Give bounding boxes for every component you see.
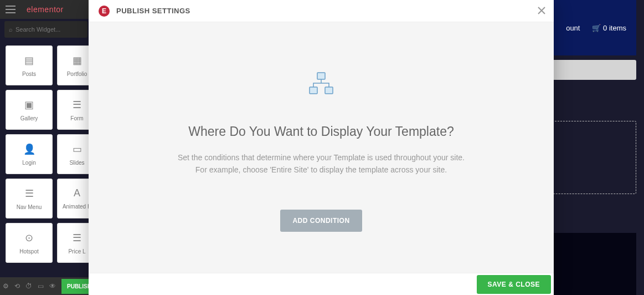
- modal-header: E PUBLISH SETTINGS: [89, 0, 554, 22]
- responsive-icon[interactable]: ▭: [38, 282, 44, 290]
- sitemap-icon: [309, 72, 333, 96]
- site-header-fragment: ount 🛒 0 items: [545, 0, 636, 55]
- posts-icon: ▤: [24, 54, 34, 67]
- widget-gallery[interactable]: ▣Gallery: [6, 90, 53, 130]
- save-and-close-button[interactable]: SAVE & CLOSE: [477, 275, 551, 294]
- gallery-icon: ▣: [24, 99, 34, 111]
- revision-icon[interactable]: ⟲: [14, 282, 20, 290]
- hotspot-icon: ⊙: [25, 232, 33, 244]
- editor-footer: ⚙ ⟲ ⏱ ▭ 👁 PUBLISH: [0, 277, 89, 295]
- search-icon: ⌕: [9, 26, 13, 33]
- publish-settings-modal: E PUBLISH SETTINGS Where Do You Want to …: [89, 0, 554, 295]
- portfolio-icon: ▦: [73, 54, 82, 67]
- canvas-placeholder-bar: [545, 60, 636, 80]
- modal-title: PUBLISH SETTINGS: [116, 7, 190, 15]
- cart-link[interactable]: 🛒 0 items: [592, 24, 626, 32]
- widget-posts[interactable]: ▤Posts: [6, 45, 53, 85]
- modal-footer: SAVE & CLOSE: [89, 273, 554, 295]
- nav-menu-icon: ☰: [25, 187, 34, 200]
- modal-body: Where Do You Want to Display Your Templa…: [89, 22, 554, 273]
- close-icon[interactable]: [538, 6, 545, 17]
- editor-topbar: elementor: [0, 0, 89, 19]
- login-icon: 👤: [23, 143, 35, 155]
- account-label-fragment: ount: [566, 24, 580, 32]
- svg-rect-2: [325, 87, 333, 94]
- preview-icon[interactable]: 👁: [49, 282, 56, 290]
- editor-logo: elementor: [27, 5, 64, 14]
- search-placeholder: Search Widget...: [16, 26, 60, 33]
- svg-rect-1: [310, 87, 317, 94]
- settings-icon[interactable]: ⚙: [3, 282, 9, 290]
- slides-icon: ▭: [73, 143, 82, 155]
- widget-grid: ▤Posts ▦Portfolio ▣Gallery ☰Form 👤Login …: [6, 45, 97, 263]
- widget-login[interactable]: 👤Login: [6, 134, 53, 174]
- search-widget-input[interactable]: ⌕ Search Widget...: [4, 21, 87, 38]
- modal-description: Set the conditions that determine where …: [178, 151, 465, 176]
- widget-hotspot[interactable]: ⊙Hotspot: [6, 223, 53, 263]
- animated-headline-icon: A: [74, 187, 80, 199]
- menu-icon[interactable]: [6, 6, 16, 13]
- canvas-footer-fragment: [545, 233, 636, 295]
- widget-nav-menu[interactable]: ☰Nav Menu: [6, 179, 53, 218]
- add-condition-button[interactable]: ADD CONDITION: [280, 210, 362, 232]
- canvas-dropzone-fragment: [545, 121, 636, 194]
- modal-heading: Where Do You Want to Display Your Templa…: [188, 124, 454, 139]
- elementor-badge-icon: E: [99, 6, 110, 17]
- history-icon[interactable]: ⏱: [25, 282, 32, 290]
- price-list-icon: ☰: [73, 232, 81, 244]
- form-icon: ☰: [73, 99, 81, 111]
- svg-rect-0: [317, 73, 325, 79]
